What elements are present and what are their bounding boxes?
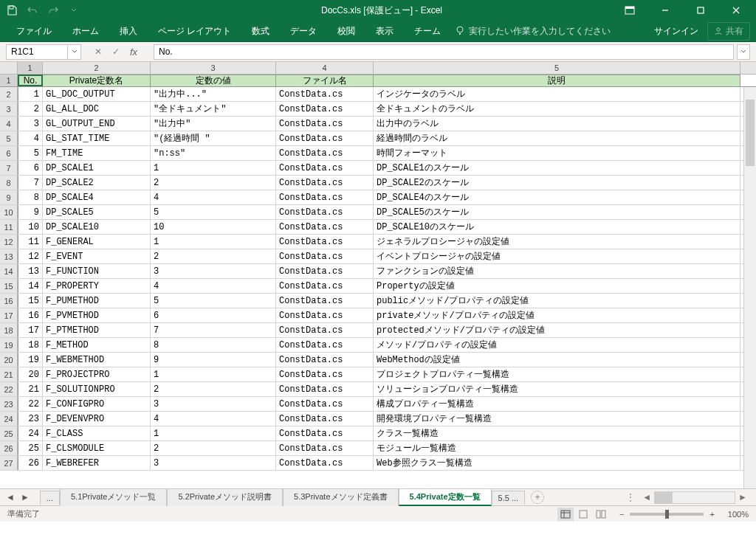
qat-dropdown-icon[interactable] bbox=[65, 1, 83, 19]
row-number[interactable]: 3 bbox=[0, 102, 18, 116]
data-cell[interactable]: ConstData.cs bbox=[276, 382, 374, 396]
data-cell[interactable]: 全ドキュメントのラベル bbox=[374, 102, 740, 116]
hscroll-thumb[interactable] bbox=[655, 492, 673, 503]
data-cell[interactable]: 1 bbox=[151, 235, 276, 249]
row-number[interactable]: 16 bbox=[0, 294, 18, 308]
data-cell[interactable]: ファンクションの設定値 bbox=[374, 264, 740, 278]
name-box[interactable]: R1C1 bbox=[6, 44, 68, 60]
data-cell[interactable]: F_PVMETHOD bbox=[43, 308, 151, 322]
row-number[interactable]: 22 bbox=[0, 382, 18, 396]
row-number[interactable]: 17 bbox=[0, 308, 18, 322]
view-normal-icon[interactable] bbox=[557, 508, 574, 521]
column-header[interactable]: 2 bbox=[43, 62, 151, 74]
row-number[interactable]: 19 bbox=[0, 338, 18, 352]
data-cell[interactable]: 8 bbox=[18, 190, 43, 204]
data-cell[interactable]: 2 bbox=[151, 249, 276, 263]
row-number[interactable]: 25 bbox=[0, 426, 18, 440]
data-cell[interactable]: 8 bbox=[151, 338, 276, 352]
view-page-layout-icon[interactable] bbox=[575, 508, 591, 521]
ribbon-tab-formulas[interactable]: 数式 bbox=[241, 21, 280, 42]
data-cell[interactable]: 22 bbox=[18, 397, 43, 411]
data-cell[interactable]: 4 bbox=[18, 131, 43, 145]
data-cell[interactable]: ConstData.cs bbox=[276, 87, 374, 101]
enter-formula-icon[interactable]: ✓ bbox=[108, 44, 124, 60]
ribbon-tab-view[interactable]: 表示 bbox=[365, 21, 404, 42]
data-cell[interactable]: Propertyの設定値 bbox=[374, 279, 740, 293]
data-cell[interactable]: 3 bbox=[151, 456, 276, 470]
data-cell[interactable]: 2 bbox=[151, 382, 276, 396]
data-cell[interactable]: 25 bbox=[18, 441, 43, 455]
row-number[interactable]: 8 bbox=[0, 176, 18, 190]
data-cell[interactable]: F_GENERAL bbox=[43, 235, 151, 249]
data-cell[interactable]: 23 bbox=[18, 412, 43, 426]
column-header[interactable]: 5 bbox=[374, 62, 740, 74]
data-cell[interactable]: ConstData.cs bbox=[276, 367, 374, 381]
data-cell[interactable]: 20 bbox=[18, 367, 43, 381]
data-cell[interactable]: 2 bbox=[151, 441, 276, 455]
data-cell[interactable]: DP_SCALE2 bbox=[43, 176, 151, 190]
row-number[interactable]: 4 bbox=[0, 117, 18, 131]
data-cell[interactable]: ConstData.cs bbox=[276, 353, 374, 367]
row-number[interactable]: 2 bbox=[0, 87, 18, 101]
data-cell[interactable]: ConstData.cs bbox=[276, 102, 374, 116]
data-cell[interactable]: ジェネラルプロシージャの設定値 bbox=[374, 235, 740, 249]
data-cell[interactable]: ConstData.cs bbox=[276, 190, 374, 204]
ribbon-tab-team[interactable]: チーム bbox=[404, 21, 451, 42]
data-cell[interactable]: Web参照クラス一覧構造 bbox=[374, 456, 740, 470]
maximize-button[interactable] bbox=[684, 0, 718, 21]
row-number[interactable]: 10 bbox=[0, 205, 18, 219]
row-number[interactable]: 12 bbox=[0, 235, 18, 249]
data-cell[interactable]: GL_DOC_OUTPUT bbox=[43, 87, 151, 101]
row-number[interactable]: 18 bbox=[0, 323, 18, 337]
data-cell[interactable]: DP_SCALE1 bbox=[43, 161, 151, 175]
data-cell[interactable]: ConstData.cs bbox=[276, 456, 374, 470]
data-cell[interactable]: メソッド/プロパティの設定値 bbox=[374, 338, 740, 352]
row-number[interactable]: 11 bbox=[0, 220, 18, 234]
data-cell[interactable]: 1 bbox=[151, 161, 276, 175]
column-header[interactable]: 3 bbox=[151, 62, 276, 74]
data-cell[interactable]: ConstData.cs bbox=[276, 397, 374, 411]
data-cell[interactable]: プロジェクトプロパティ一覧構造 bbox=[374, 367, 740, 381]
data-cell[interactable]: 26 bbox=[18, 456, 43, 470]
data-cell[interactable]: ConstData.cs bbox=[276, 294, 374, 308]
column-header[interactable]: 4 bbox=[276, 62, 374, 74]
data-cell[interactable]: ConstData.cs bbox=[276, 308, 374, 322]
data-cell[interactable]: 6 bbox=[151, 308, 276, 322]
data-cell[interactable]: ConstData.cs bbox=[276, 131, 374, 145]
select-all-corner[interactable] bbox=[0, 62, 18, 74]
data-cell[interactable]: イベントプロシージャの設定値 bbox=[374, 249, 740, 263]
row-number[interactable]: 23 bbox=[0, 397, 18, 411]
data-cell[interactable]: 経過時間のラベル bbox=[374, 131, 740, 145]
row-number[interactable]: 20 bbox=[0, 353, 18, 367]
view-page-break-icon[interactable] bbox=[593, 508, 609, 521]
data-cell[interactable]: 10 bbox=[18, 220, 43, 234]
data-cell[interactable]: DP_SCALE4 bbox=[43, 190, 151, 204]
zoom-in-button[interactable]: + bbox=[709, 510, 714, 519]
ribbon-tab-home[interactable]: ホーム bbox=[62, 21, 109, 42]
data-cell[interactable]: 4 bbox=[151, 279, 276, 293]
zoom-slider[interactable] bbox=[630, 513, 704, 516]
row-number[interactable]: 15 bbox=[0, 279, 18, 293]
data-cell[interactable]: DP_SCALE10のスケール bbox=[374, 220, 740, 234]
row-number[interactable]: 27 bbox=[0, 456, 18, 470]
data-cell[interactable]: F_DEVENVPRO bbox=[43, 412, 151, 426]
data-cell[interactable]: ConstData.cs bbox=[276, 279, 374, 293]
row-number[interactable]: 14 bbox=[0, 264, 18, 278]
data-cell[interactable]: F_PTMETHOD bbox=[43, 323, 151, 337]
data-cell[interactable]: F_WEBREFER bbox=[43, 456, 151, 470]
data-cell[interactable]: ConstData.cs bbox=[276, 146, 374, 160]
data-cell[interactable]: インジケータのラベル bbox=[374, 87, 740, 101]
data-cell[interactable]: ConstData.cs bbox=[276, 441, 374, 455]
zoom-slider-handle[interactable] bbox=[665, 510, 669, 519]
data-cell[interactable]: ConstData.cs bbox=[276, 264, 374, 278]
sheet-tab-next-partial[interactable]: 5.5 ... bbox=[492, 491, 526, 505]
data-cell[interactable]: 開発環境プロパティ一覧構造 bbox=[374, 412, 740, 426]
data-cell[interactable]: DP_SCALE4のスケール bbox=[374, 190, 740, 204]
data-cell[interactable]: ConstData.cs bbox=[276, 426, 374, 440]
data-cell[interactable]: "n:ss" bbox=[151, 146, 276, 160]
data-cell[interactable]: 時間フォーマット bbox=[374, 146, 740, 160]
data-cell[interactable]: F_CONFIGPRO bbox=[43, 397, 151, 411]
row-number[interactable]: 7 bbox=[0, 161, 18, 175]
zoom-out-button[interactable]: − bbox=[619, 510, 624, 519]
data-cell[interactable]: ConstData.cs bbox=[276, 338, 374, 352]
